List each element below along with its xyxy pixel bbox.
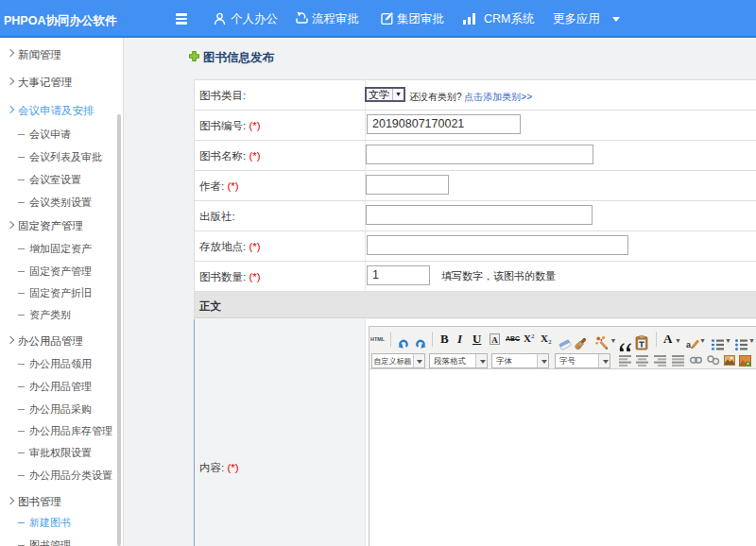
- svg-text:a: a: [686, 340, 692, 350]
